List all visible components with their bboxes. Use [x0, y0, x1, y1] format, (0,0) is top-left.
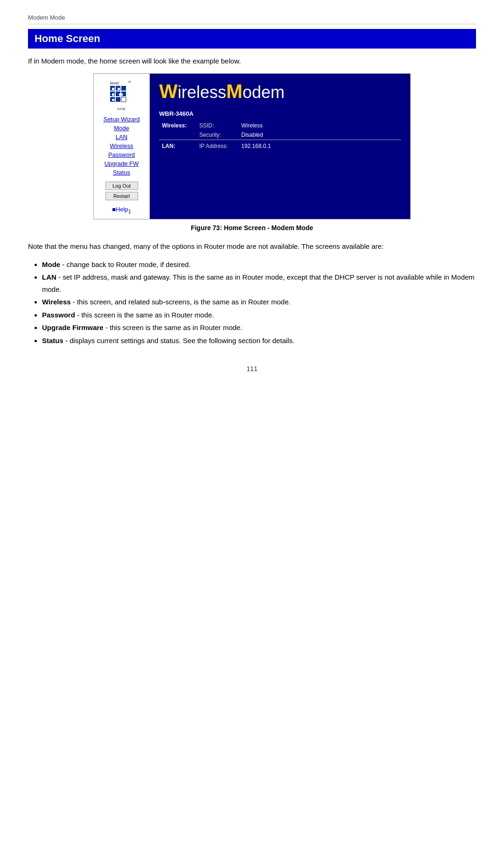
- bullet-list: Mode - change back to Router mode, if de…: [42, 259, 476, 347]
- svg-text:R: R: [128, 80, 131, 84]
- nav-setup-wizard[interactable]: Setup Wizard: [103, 116, 140, 123]
- ssid-label: SSID:: [196, 121, 238, 130]
- ip-label: IP Address:: [196, 140, 238, 151]
- list-item: Upgrade Firmware - this screen is the sa…: [42, 322, 476, 334]
- nav-mode[interactable]: Mode: [114, 125, 129, 132]
- nav-wireless[interactable]: Wireless: [110, 142, 133, 149]
- logout-button[interactable]: Log Out: [105, 182, 138, 190]
- security-value: Disabled: [238, 130, 401, 140]
- logo-area: level R one: [109, 78, 134, 111]
- nav-password[interactable]: Password: [108, 151, 135, 158]
- note-text: Note that the menu has changed, many of …: [28, 241, 476, 252]
- list-item: Mode - change back to Router mode, if de…: [42, 259, 476, 271]
- info-table: Wireless: SSID: Wireless Security: Disab…: [159, 121, 401, 151]
- nav-lan[interactable]: LAN: [116, 134, 127, 141]
- wireless-label-empty: [159, 130, 196, 140]
- levelone-logo: level R: [109, 78, 134, 104]
- figure-caption: Figure 73: Home Screen - Modem Mode: [28, 224, 476, 232]
- svg-rect-9: [116, 97, 120, 102]
- svg-rect-15: [112, 99, 114, 101]
- logo-text: one: [109, 106, 134, 111]
- router-screenshot: level R one Setup W: [93, 73, 411, 219]
- nav-links: Setup Wizard Mode LAN Wireless Password …: [98, 116, 146, 176]
- security-label: Security:: [196, 130, 238, 140]
- wireless-label: Wireless:: [159, 121, 196, 130]
- button-row: Log Out Restart: [105, 182, 138, 200]
- page-number: 111: [28, 365, 476, 373]
- nav-status[interactable]: Status: [113, 169, 130, 176]
- svg-text:level: level: [110, 81, 119, 85]
- svg-rect-10: [121, 97, 126, 102]
- list-item: LAN - set IP address, mask and gateway. …: [42, 271, 476, 295]
- breadcrumb: Modem Mode: [28, 14, 476, 24]
- svg-rect-14: [119, 93, 123, 96]
- help-link[interactable]: ■Help1: [112, 206, 131, 214]
- list-item: Password - this screen is the same as in…: [42, 309, 476, 321]
- svg-rect-11: [112, 88, 114, 90]
- restart-button[interactable]: Restart: [105, 192, 138, 200]
- modem-title: WirelessModem: [159, 80, 401, 103]
- list-item: Wireless - this screen, and related sub-…: [42, 296, 476, 308]
- svg-rect-12: [118, 88, 120, 90]
- intro-text: If in Modem mode, the home screen will l…: [28, 57, 476, 65]
- nav-upgrade-fw[interactable]: Upgrade FW: [105, 160, 139, 167]
- device-name: WBR-3460A: [159, 110, 401, 117]
- ip-value: 192.168.0.1: [238, 140, 401, 151]
- list-item: Status - displays current settings and s…: [42, 335, 476, 347]
- ssid-value: Wireless: [238, 121, 401, 130]
- section-title: Home Screen: [28, 29, 476, 49]
- lan-label: LAN:: [159, 140, 196, 151]
- sidebar: level R one Setup W: [94, 74, 150, 219]
- svg-rect-13: [112, 93, 114, 96]
- svg-rect-4: [121, 86, 126, 91]
- main-panel: WirelessModem WBR-3460A Wireless: SSID: …: [150, 74, 410, 219]
